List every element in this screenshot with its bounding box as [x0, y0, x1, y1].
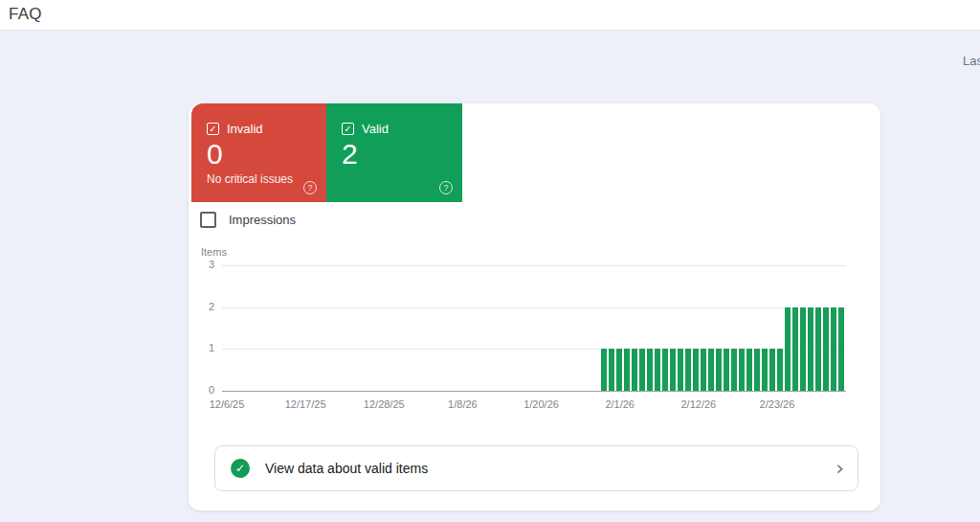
- chart-bar[interactable]: [724, 349, 729, 391]
- chart-bar[interactable]: [678, 349, 683, 391]
- chart-bar[interactable]: [769, 349, 775, 391]
- x-tick-label: 12/17/25: [277, 398, 334, 410]
- checkbox-checked-icon[interactable]: ✓: [207, 123, 219, 135]
- x-tick-label: 1/20/26: [513, 398, 570, 410]
- chart-bar[interactable]: [800, 307, 806, 391]
- checkbox-unchecked-icon[interactable]: [200, 212, 216, 228]
- gridline: [222, 265, 846, 266]
- chart-bar[interactable]: [708, 349, 714, 391]
- chart-bar[interactable]: [662, 349, 668, 391]
- y-tick-label: 3: [193, 259, 214, 270]
- chart-bar[interactable]: [609, 349, 614, 391]
- chart-bar[interactable]: [701, 349, 706, 391]
- y-tick-label: 1: [193, 342, 214, 353]
- chart-bar[interactable]: [601, 349, 607, 391]
- valid-card-label: Valid: [362, 122, 389, 136]
- chart-bar[interactable]: [624, 349, 630, 391]
- chart-bar[interactable]: [616, 349, 622, 391]
- chart-bar[interactable]: [647, 349, 653, 391]
- invalid-count: 0: [207, 138, 223, 170]
- y-tick-label: 2: [193, 301, 214, 312]
- x-axis-line: [222, 391, 846, 392]
- x-tick-label: 2/1/26: [591, 398, 649, 410]
- last-updated-text: Las: [963, 54, 980, 68]
- chart-bar[interactable]: [831, 307, 836, 391]
- chart-bar[interactable]: [693, 349, 699, 391]
- valid-card[interactable]: ✓ Valid 2 ?: [326, 103, 462, 202]
- chart-bar[interactable]: [685, 349, 691, 391]
- checkbox-checked-icon[interactable]: ✓: [342, 123, 354, 135]
- report-panel: ✓ Invalid 0 No critical issues ? ✓ Valid…: [189, 103, 880, 511]
- chart-bar[interactable]: [785, 307, 791, 391]
- chart-bar[interactable]: [670, 349, 676, 391]
- chart-plot: 321012/6/2512/17/2512/28/251/8/261/20/26…: [222, 265, 846, 391]
- chart-bar[interactable]: [639, 349, 645, 391]
- page-header: FAQ: [0, 0, 980, 31]
- chart-bar[interactable]: [731, 349, 737, 391]
- invalid-card[interactable]: ✓ Invalid 0 No critical issues ?: [191, 103, 326, 202]
- chart-bar[interactable]: [746, 349, 752, 391]
- chart-bar[interactable]: [739, 349, 745, 391]
- chart-bar[interactable]: [716, 349, 722, 391]
- gridline: [222, 349, 846, 350]
- chart-bar[interactable]: [808, 307, 813, 391]
- x-tick-label: 12/28/25: [355, 398, 412, 410]
- x-tick-label: 12/6/25: [198, 398, 256, 410]
- view-valid-items-row[interactable]: ✓ View data about valid items ›: [214, 445, 858, 491]
- impressions-label: Impressions: [229, 213, 296, 227]
- chart-bar[interactable]: [632, 349, 637, 391]
- chart-bar[interactable]: [815, 307, 821, 391]
- chevron-right-icon: ›: [835, 458, 844, 479]
- valid-count: 2: [342, 138, 358, 170]
- invalid-note: No critical issues: [207, 172, 293, 186]
- page-title: FAQ: [9, 5, 42, 24]
- chart-bar[interactable]: [823, 307, 829, 391]
- chart-bar[interactable]: [754, 349, 760, 391]
- y-tick-label: 0: [193, 384, 214, 396]
- x-tick-label: 2/23/26: [748, 398, 806, 410]
- y-axis-title: Items: [201, 246, 227, 258]
- gridline: [222, 307, 846, 308]
- impressions-toggle[interactable]: Impressions: [200, 212, 296, 228]
- help-icon[interactable]: ?: [303, 181, 317, 194]
- check-circle-icon: ✓: [231, 459, 250, 478]
- view-row-label: View data about valid items: [265, 461, 428, 476]
- invalid-card-label: Invalid: [227, 122, 263, 136]
- help-icon[interactable]: ?: [439, 181, 453, 194]
- chart-bar[interactable]: [655, 349, 660, 391]
- chart-bar[interactable]: [762, 349, 768, 391]
- chart-bar[interactable]: [838, 307, 844, 391]
- chart-bar[interactable]: [777, 349, 783, 391]
- chart-bar[interactable]: [792, 307, 798, 391]
- x-tick-label: 2/12/26: [670, 398, 727, 410]
- x-tick-label: 1/8/26: [434, 398, 491, 410]
